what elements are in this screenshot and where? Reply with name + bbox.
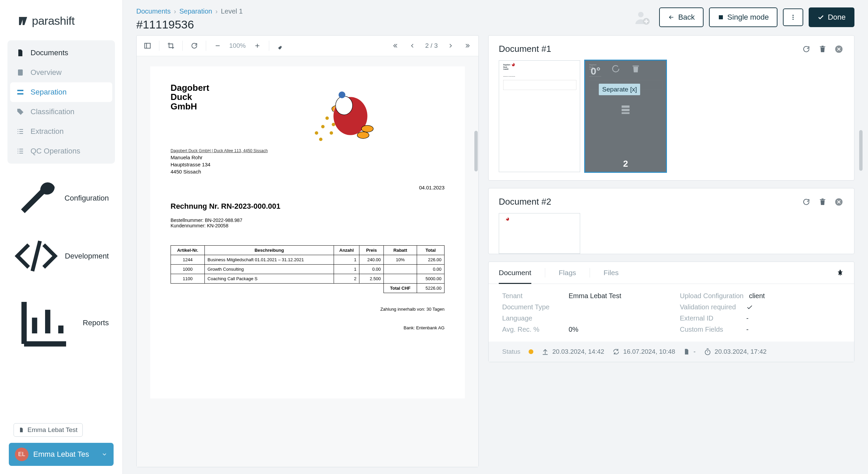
back-button[interactable]: Back: [659, 7, 704, 27]
label-custom-fields: Custom Fields: [680, 326, 741, 333]
status-label: Status: [502, 348, 520, 355]
first-page-button[interactable]: [388, 38, 403, 53]
page-indicator: 2 / 3: [422, 42, 441, 49]
panel-toggle-button[interactable]: [140, 38, 155, 53]
label-tenant: Tenant: [502, 292, 563, 300]
sidebar: parashift Documents Overview Separation …: [0, 0, 123, 474]
file-icon: [16, 49, 24, 57]
value-external-id: -: [746, 314, 749, 322]
zoom-out-button[interactable]: [210, 38, 225, 53]
card-close-button[interactable]: [834, 197, 844, 207]
crop-button[interactable]: [163, 38, 178, 53]
brand-icon: [18, 16, 28, 26]
next-page-button[interactable]: [443, 38, 458, 53]
value-custom-fields: -: [746, 326, 749, 333]
nav-documents[interactable]: Documents: [10, 43, 112, 63]
value-tenant: Emma Lebat Test: [569, 292, 621, 300]
svg-point-21: [319, 138, 322, 141]
more-button[interactable]: [783, 8, 803, 26]
card-refresh-button[interactable]: [801, 44, 811, 54]
breadcrumb: Documents › Separation › Level 1: [136, 7, 243, 15]
document-page: Dagobert Duck GmbH: [150, 66, 465, 398]
crumb-documents[interactable]: Documents: [136, 7, 171, 15]
last-page-button[interactable]: [460, 38, 475, 53]
tenant-chip[interactable]: Emma Lebat Test: [14, 423, 83, 437]
svg-point-20: [326, 117, 329, 120]
card-close-button[interactable]: [834, 44, 844, 54]
value-validation: [746, 304, 753, 311]
label-validation: Validation required: [680, 303, 741, 311]
svg-rect-30: [622, 112, 629, 114]
value-upload-config: client: [749, 292, 765, 300]
document-canvas[interactable]: Dagobert Duck GmbH: [137, 56, 478, 467]
nav-qc[interactable]: QC Operations: [10, 141, 112, 161]
square-icon: [718, 14, 724, 20]
scrollbar[interactable]: [859, 130, 863, 171]
page-thumb-2[interactable]: 0° Separate [x] DagobertDuckGmbH Rechnu: [585, 60, 666, 172]
brush-button[interactable]: [273, 38, 288, 53]
nav-separation[interactable]: Separation: [10, 82, 112, 102]
status-row: Status 20.03.2024, 14:42 16.07.2024, 10:…: [489, 342, 854, 362]
brand-logo: parashift: [18, 14, 112, 27]
tab-document[interactable]: Document: [499, 262, 531, 284]
crumb-level: Level 1: [221, 7, 243, 15]
prev-page-button[interactable]: [405, 38, 420, 53]
refresh-button[interactable]: [187, 38, 202, 53]
label-avg-rec: Avg. Rec. %: [502, 326, 563, 333]
assign-user-icon[interactable]: [634, 9, 650, 25]
chart-icon: [14, 291, 77, 354]
scrollbar[interactable]: [474, 131, 478, 171]
done-button[interactable]: Done: [809, 7, 854, 27]
svg-point-8: [793, 19, 794, 20]
nav-extraction[interactable]: Extraction: [10, 122, 112, 141]
tag-icon: [16, 108, 24, 116]
label-doc-type: Document Type: [502, 303, 563, 311]
crumb-separation[interactable]: Separation: [179, 7, 212, 15]
page-thumb-1[interactable]: [499, 213, 580, 254]
svg-point-24: [339, 91, 346, 98]
check-icon: [746, 304, 753, 311]
code-icon: [14, 233, 59, 279]
checklist-icon: [16, 147, 24, 155]
page-title: #11119536: [136, 18, 243, 31]
svg-point-34: [505, 220, 505, 221]
pin-button[interactable]: [836, 262, 844, 283]
nav-classification[interactable]: Classification: [10, 102, 112, 122]
nav-overview[interactable]: Overview: [10, 63, 112, 82]
svg-rect-2: [17, 93, 23, 95]
sync-icon: [612, 348, 620, 355]
card-delete-button[interactable]: [817, 197, 828, 207]
more-vertical-icon: [790, 14, 796, 21]
tab-files[interactable]: Files: [604, 262, 618, 284]
nav-development[interactable]: Development: [7, 228, 115, 284]
tab-flags[interactable]: Flags: [559, 262, 576, 284]
list-icon: [16, 127, 24, 136]
file-small-icon: [19, 427, 24, 433]
document-viewer: 100% 2 / 3 Dagobert Duck: [136, 35, 479, 467]
svg-point-33: [506, 218, 508, 219]
svg-point-18: [315, 131, 318, 135]
workspace: 100% 2 / 3 Dagobert Duck: [123, 35, 868, 474]
wrench-icon: [14, 176, 58, 221]
document-card-2: Document #2: [488, 188, 854, 254]
label-upload-config: Upload Configuration: [680, 292, 744, 300]
zoom-in-button[interactable]: [250, 38, 265, 53]
user-menu[interactable]: EL Emma Lebat Tes: [9, 443, 114, 466]
svg-point-35: [506, 220, 506, 220]
card-title: Document #1: [499, 44, 551, 54]
status-doc: -: [683, 348, 695, 356]
document-card-1: Document #1 DagobertDuckGmbH: [488, 35, 854, 181]
card-refresh-button[interactable]: [801, 197, 811, 207]
chevron-down-icon: [101, 451, 107, 457]
single-mode-button[interactable]: Single mode: [709, 7, 777, 27]
svg-point-16: [361, 125, 373, 132]
page-thumb-1[interactable]: DagobertDuckGmbH Rechnung Nr. RN-2023-00…: [499, 60, 580, 172]
nav-configuration[interactable]: Configuration: [7, 170, 115, 226]
top-actions: Back Single mode Done: [634, 7, 854, 27]
nav-reports[interactable]: Reports: [7, 286, 115, 360]
svg-point-6: [793, 15, 794, 16]
card-delete-button[interactable]: [817, 44, 828, 54]
stopwatch-icon: [704, 348, 711, 355]
main: Documents › Separation › Level 1 #111195…: [123, 0, 868, 474]
svg-point-27: [512, 63, 513, 65]
